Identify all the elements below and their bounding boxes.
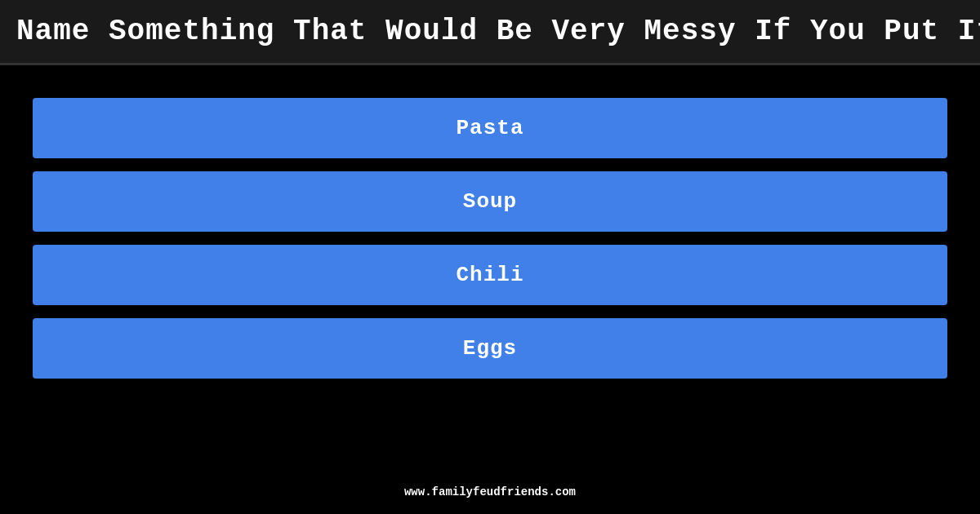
answer-label-3: Eggs — [463, 336, 517, 361]
answer-label-1: Soup — [463, 189, 517, 214]
footer: www.familyfeudfriends.com — [0, 485, 980, 499]
answers-container: PastaSoupChiliEggs — [0, 73, 980, 403]
question-title: Name Something That Would Be Very Messy … — [16, 15, 980, 48]
answer-button-3[interactable]: Eggs — [33, 318, 947, 379]
answer-label-2: Chili — [456, 263, 523, 287]
footer-url: www.familyfeudfriends.com — [404, 485, 576, 498]
answer-button-1[interactable]: Soup — [33, 171, 947, 232]
header-bar: Name Something That Would Be Very Messy … — [0, 0, 980, 65]
answer-button-2[interactable]: Chili — [33, 245, 947, 305]
answer-button-0[interactable]: Pasta — [33, 98, 947, 158]
answer-label-0: Pasta — [456, 116, 523, 140]
